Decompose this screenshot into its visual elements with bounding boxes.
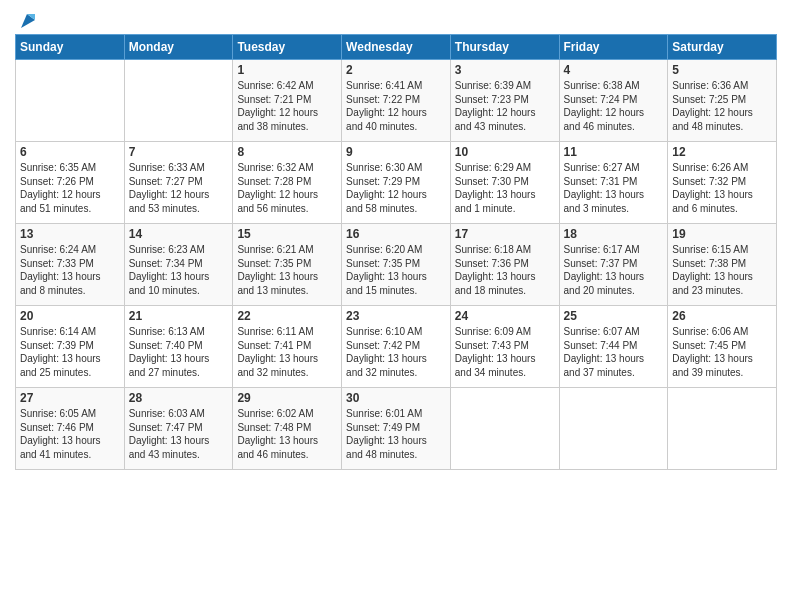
calendar-cell: 11Sunrise: 6:27 AM Sunset: 7:31 PM Dayli… xyxy=(559,142,668,224)
day-number: 23 xyxy=(346,309,446,323)
day-number: 21 xyxy=(129,309,229,323)
day-info: Sunrise: 6:29 AM Sunset: 7:30 PM Dayligh… xyxy=(455,161,555,215)
day-number: 6 xyxy=(20,145,120,159)
header xyxy=(15,10,777,28)
calendar-cell: 30Sunrise: 6:01 AM Sunset: 7:49 PM Dayli… xyxy=(342,388,451,470)
day-info: Sunrise: 6:23 AM Sunset: 7:34 PM Dayligh… xyxy=(129,243,229,297)
day-info: Sunrise: 6:38 AM Sunset: 7:24 PM Dayligh… xyxy=(564,79,664,133)
weekday-header: Thursday xyxy=(450,35,559,60)
day-number: 22 xyxy=(237,309,337,323)
day-info: Sunrise: 6:07 AM Sunset: 7:44 PM Dayligh… xyxy=(564,325,664,379)
page: SundayMondayTuesdayWednesdayThursdayFrid… xyxy=(0,0,792,612)
calendar-cell: 12Sunrise: 6:26 AM Sunset: 7:32 PM Dayli… xyxy=(668,142,777,224)
day-number: 15 xyxy=(237,227,337,241)
day-info: Sunrise: 6:36 AM Sunset: 7:25 PM Dayligh… xyxy=(672,79,772,133)
day-info: Sunrise: 6:01 AM Sunset: 7:49 PM Dayligh… xyxy=(346,407,446,461)
calendar-week-row: 27Sunrise: 6:05 AM Sunset: 7:46 PM Dayli… xyxy=(16,388,777,470)
day-info: Sunrise: 6:11 AM Sunset: 7:41 PM Dayligh… xyxy=(237,325,337,379)
day-info: Sunrise: 6:18 AM Sunset: 7:36 PM Dayligh… xyxy=(455,243,555,297)
day-info: Sunrise: 6:03 AM Sunset: 7:47 PM Dayligh… xyxy=(129,407,229,461)
calendar-cell: 22Sunrise: 6:11 AM Sunset: 7:41 PM Dayli… xyxy=(233,306,342,388)
weekday-header: Saturday xyxy=(668,35,777,60)
day-info: Sunrise: 6:27 AM Sunset: 7:31 PM Dayligh… xyxy=(564,161,664,215)
day-info: Sunrise: 6:06 AM Sunset: 7:45 PM Dayligh… xyxy=(672,325,772,379)
day-number: 26 xyxy=(672,309,772,323)
day-number: 7 xyxy=(129,145,229,159)
day-number: 29 xyxy=(237,391,337,405)
day-number: 2 xyxy=(346,63,446,77)
day-info: Sunrise: 6:02 AM Sunset: 7:48 PM Dayligh… xyxy=(237,407,337,461)
weekday-header: Tuesday xyxy=(233,35,342,60)
day-number: 25 xyxy=(564,309,664,323)
day-info: Sunrise: 6:20 AM Sunset: 7:35 PM Dayligh… xyxy=(346,243,446,297)
calendar-cell xyxy=(124,60,233,142)
day-number: 9 xyxy=(346,145,446,159)
day-number: 24 xyxy=(455,309,555,323)
day-number: 3 xyxy=(455,63,555,77)
calendar-cell: 29Sunrise: 6:02 AM Sunset: 7:48 PM Dayli… xyxy=(233,388,342,470)
calendar-cell: 17Sunrise: 6:18 AM Sunset: 7:36 PM Dayli… xyxy=(450,224,559,306)
calendar-cell: 15Sunrise: 6:21 AM Sunset: 7:35 PM Dayli… xyxy=(233,224,342,306)
day-number: 28 xyxy=(129,391,229,405)
day-info: Sunrise: 6:30 AM Sunset: 7:29 PM Dayligh… xyxy=(346,161,446,215)
calendar-cell: 16Sunrise: 6:20 AM Sunset: 7:35 PM Dayli… xyxy=(342,224,451,306)
day-info: Sunrise: 6:17 AM Sunset: 7:37 PM Dayligh… xyxy=(564,243,664,297)
calendar-cell xyxy=(450,388,559,470)
calendar-cell: 6Sunrise: 6:35 AM Sunset: 7:26 PM Daylig… xyxy=(16,142,125,224)
calendar-cell: 13Sunrise: 6:24 AM Sunset: 7:33 PM Dayli… xyxy=(16,224,125,306)
calendar-cell xyxy=(16,60,125,142)
day-info: Sunrise: 6:10 AM Sunset: 7:42 PM Dayligh… xyxy=(346,325,446,379)
calendar-cell: 28Sunrise: 6:03 AM Sunset: 7:47 PM Dayli… xyxy=(124,388,233,470)
day-number: 8 xyxy=(237,145,337,159)
logo-icon xyxy=(17,10,39,32)
calendar-cell: 26Sunrise: 6:06 AM Sunset: 7:45 PM Dayli… xyxy=(668,306,777,388)
calendar-cell: 2Sunrise: 6:41 AM Sunset: 7:22 PM Daylig… xyxy=(342,60,451,142)
calendar-cell: 14Sunrise: 6:23 AM Sunset: 7:34 PM Dayli… xyxy=(124,224,233,306)
calendar-cell: 25Sunrise: 6:07 AM Sunset: 7:44 PM Dayli… xyxy=(559,306,668,388)
calendar-cell: 27Sunrise: 6:05 AM Sunset: 7:46 PM Dayli… xyxy=(16,388,125,470)
day-number: 18 xyxy=(564,227,664,241)
day-info: Sunrise: 6:09 AM Sunset: 7:43 PM Dayligh… xyxy=(455,325,555,379)
day-number: 30 xyxy=(346,391,446,405)
calendar-week-row: 6Sunrise: 6:35 AM Sunset: 7:26 PM Daylig… xyxy=(16,142,777,224)
day-number: 14 xyxy=(129,227,229,241)
calendar-cell: 9Sunrise: 6:30 AM Sunset: 7:29 PM Daylig… xyxy=(342,142,451,224)
day-number: 11 xyxy=(564,145,664,159)
calendar-cell: 8Sunrise: 6:32 AM Sunset: 7:28 PM Daylig… xyxy=(233,142,342,224)
calendar-cell: 3Sunrise: 6:39 AM Sunset: 7:23 PM Daylig… xyxy=(450,60,559,142)
day-info: Sunrise: 6:24 AM Sunset: 7:33 PM Dayligh… xyxy=(20,243,120,297)
calendar-cell: 20Sunrise: 6:14 AM Sunset: 7:39 PM Dayli… xyxy=(16,306,125,388)
day-number: 4 xyxy=(564,63,664,77)
calendar-cell: 4Sunrise: 6:38 AM Sunset: 7:24 PM Daylig… xyxy=(559,60,668,142)
calendar-cell: 21Sunrise: 6:13 AM Sunset: 7:40 PM Dayli… xyxy=(124,306,233,388)
calendar-cell: 1Sunrise: 6:42 AM Sunset: 7:21 PM Daylig… xyxy=(233,60,342,142)
day-info: Sunrise: 6:35 AM Sunset: 7:26 PM Dayligh… xyxy=(20,161,120,215)
day-info: Sunrise: 6:26 AM Sunset: 7:32 PM Dayligh… xyxy=(672,161,772,215)
calendar-table: SundayMondayTuesdayWednesdayThursdayFrid… xyxy=(15,34,777,470)
calendar-week-row: 13Sunrise: 6:24 AM Sunset: 7:33 PM Dayli… xyxy=(16,224,777,306)
calendar-week-row: 20Sunrise: 6:14 AM Sunset: 7:39 PM Dayli… xyxy=(16,306,777,388)
calendar-cell: 19Sunrise: 6:15 AM Sunset: 7:38 PM Dayli… xyxy=(668,224,777,306)
day-info: Sunrise: 6:33 AM Sunset: 7:27 PM Dayligh… xyxy=(129,161,229,215)
calendar-cell: 23Sunrise: 6:10 AM Sunset: 7:42 PM Dayli… xyxy=(342,306,451,388)
day-number: 1 xyxy=(237,63,337,77)
weekday-header: Monday xyxy=(124,35,233,60)
calendar-header-row: SundayMondayTuesdayWednesdayThursdayFrid… xyxy=(16,35,777,60)
day-info: Sunrise: 6:05 AM Sunset: 7:46 PM Dayligh… xyxy=(20,407,120,461)
weekday-header: Sunday xyxy=(16,35,125,60)
calendar-week-row: 1Sunrise: 6:42 AM Sunset: 7:21 PM Daylig… xyxy=(16,60,777,142)
day-info: Sunrise: 6:14 AM Sunset: 7:39 PM Dayligh… xyxy=(20,325,120,379)
calendar-cell xyxy=(559,388,668,470)
day-info: Sunrise: 6:32 AM Sunset: 7:28 PM Dayligh… xyxy=(237,161,337,215)
day-number: 16 xyxy=(346,227,446,241)
calendar-cell: 7Sunrise: 6:33 AM Sunset: 7:27 PM Daylig… xyxy=(124,142,233,224)
weekday-header: Wednesday xyxy=(342,35,451,60)
day-info: Sunrise: 6:15 AM Sunset: 7:38 PM Dayligh… xyxy=(672,243,772,297)
day-number: 27 xyxy=(20,391,120,405)
day-number: 12 xyxy=(672,145,772,159)
calendar-cell: 18Sunrise: 6:17 AM Sunset: 7:37 PM Dayli… xyxy=(559,224,668,306)
calendar-cell: 5Sunrise: 6:36 AM Sunset: 7:25 PM Daylig… xyxy=(668,60,777,142)
day-number: 20 xyxy=(20,309,120,323)
weekday-header: Friday xyxy=(559,35,668,60)
day-info: Sunrise: 6:21 AM Sunset: 7:35 PM Dayligh… xyxy=(237,243,337,297)
